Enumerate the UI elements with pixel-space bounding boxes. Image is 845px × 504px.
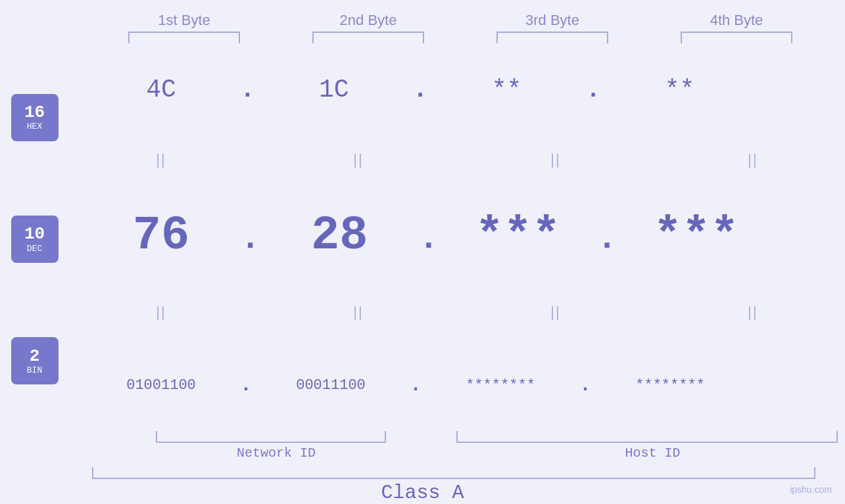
top-brackets (92, 32, 845, 43)
hex-badge: 16 HEX (11, 94, 59, 141)
main-data-area: 16 HEX 10 DEC 2 BIN 4C . 1C . ** . ** (0, 50, 845, 428)
watermark: ipshu.com (790, 484, 832, 495)
hex-byte2: 1C (319, 76, 349, 104)
dec-byte1: 76 (133, 209, 189, 263)
equals-row-1: || || || || (69, 150, 845, 170)
network-id-label: Network ID (237, 446, 316, 461)
eq1-byte1: || (156, 151, 166, 168)
bin-byte3: ******** (466, 377, 535, 394)
bin-byte2: 00011100 (296, 377, 366, 394)
bin-badge: 2 BIN (11, 337, 59, 384)
byte-headers-row: 1st Byte 2nd Byte 3rd Byte 4th Byte (92, 0, 845, 29)
eq1-byte4: || (748, 151, 758, 168)
big-bracket-line (92, 467, 815, 479)
bin-byte4: ******** (635, 377, 705, 394)
host-id-bracket (456, 431, 838, 443)
host-id-bracket-cell (449, 431, 845, 443)
dec-byte4: *** (654, 209, 739, 263)
bin-row: 01001100 . 00011100 . ******** . *******… (69, 362, 845, 408)
network-id-bracket-cell (92, 431, 449, 443)
host-id-label-cell: Host ID (460, 446, 845, 461)
eq1-byte2: || (353, 151, 363, 168)
badges-column: 16 HEX 10 DEC 2 BIN (0, 50, 69, 428)
class-row: Class A (0, 482, 845, 504)
dec-row: 76 . 28 . *** . *** (69, 210, 845, 262)
byte-header-4: 4th Byte (644, 12, 829, 29)
dec-byte3: *** (475, 209, 561, 263)
eq1-byte3: || (550, 151, 560, 168)
data-rows: 4C . 1C . ** . ** || || || || 76 (69, 50, 845, 428)
eq2-byte4: || (748, 304, 758, 321)
bin-byte1: 01001100 (126, 377, 196, 394)
bottom-id-brackets (92, 431, 845, 443)
main-container: 1st Byte 2nd Byte 3rd Byte 4th Byte 16 H… (0, 0, 845, 504)
byte-header-2: 2nd Byte (276, 12, 460, 29)
class-label: Class A (381, 482, 464, 504)
network-id-label-cell: Network ID (92, 446, 460, 461)
eq2-byte2: || (353, 304, 363, 321)
dec-byte2: 28 (311, 209, 368, 263)
equals-row-2: || || || || (69, 302, 845, 322)
big-bottom-bracket (92, 467, 815, 479)
byte-header-1: 1st Byte (92, 12, 276, 29)
id-labels-row: Network ID Host ID (92, 446, 845, 461)
host-id-label: Host ID (625, 446, 680, 461)
hex-byte3: ** (492, 76, 522, 104)
hex-row: 4C . 1C . ** . ** (69, 70, 845, 110)
byte-header-3: 3rd Byte (460, 12, 644, 29)
eq2-byte1: || (156, 304, 166, 321)
hex-byte1: 4C (146, 76, 176, 104)
dec-badge: 10 DEC (11, 216, 59, 263)
network-id-bracket (156, 431, 386, 443)
hex-byte4: ** (665, 76, 695, 104)
eq2-byte3: || (550, 304, 560, 321)
